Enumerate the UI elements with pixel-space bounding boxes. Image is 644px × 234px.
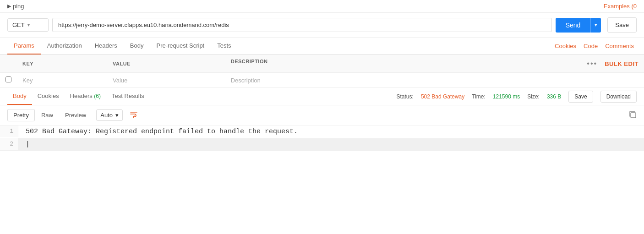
resp-tab-body[interactable]: Body [7, 88, 32, 105]
svg-rect-0 [631, 113, 636, 118]
resp-tab-headers[interactable]: Headers (6) [65, 88, 106, 105]
time-value: 121590 ms [493, 93, 520, 100]
line-row: 1 502 Bad Gateway: Registered endpoint f… [0, 125, 644, 138]
send-dropdown-button[interactable]: ▾ [590, 18, 601, 33]
method-chevron-icon: ▾ [27, 22, 30, 27]
copy-icon[interactable] [628, 110, 637, 120]
row-checkbox-cell [0, 73, 17, 88]
fmt-raw-button[interactable]: Raw [36, 109, 59, 121]
send-button[interactable]: Send [556, 18, 591, 33]
download-button[interactable]: Download [600, 91, 637, 103]
more-options-button[interactable]: ••• [584, 59, 600, 69]
examples-link[interactable]: Examples (0 [604, 3, 637, 10]
send-btn-group: Send ▾ [556, 18, 601, 33]
auto-label: Auto [100, 112, 113, 119]
ping-row: ▶ ping Examples (0 [0, 0, 644, 13]
time-label: Time: [472, 93, 486, 100]
bulk-edit-link[interactable]: Bulk Edit [605, 60, 639, 67]
save-button[interactable]: Save [607, 17, 637, 33]
cookies-link[interactable]: Cookies [552, 38, 579, 54]
resp-tab-cookies[interactable]: Cookies [32, 88, 65, 105]
tab-body[interactable]: Body [124, 38, 150, 54]
params-section: KEY VALUE DESCRIPTION ••• Bulk Edit Key … [0, 55, 644, 88]
table-row: Key Value Description [0, 73, 644, 88]
fmt-preview-button[interactable]: Preview [60, 109, 92, 121]
value-cell[interactable]: Value [107, 73, 225, 88]
size-value: 336 B [547, 93, 561, 100]
line-content: 502 Bad Gateway: Registered endpoint fai… [18, 125, 644, 138]
description-cell[interactable]: Description [225, 73, 644, 88]
size-label: Size: [527, 93, 540, 100]
status-label: Status: [397, 93, 414, 100]
line-number: 1 [0, 125, 18, 137]
col-description: DESCRIPTION ••• Bulk Edit [225, 55, 644, 73]
url-input[interactable] [52, 18, 552, 32]
comments-link[interactable]: Comments [602, 38, 637, 54]
save-response-button[interactable]: Save [568, 91, 593, 103]
line-row: 2 [0, 138, 644, 151]
auto-chevron-icon: ▾ [115, 112, 119, 119]
response-status-area: Status: 502 Bad Gateway Time: 121590 ms … [397, 91, 637, 103]
tab-authorization[interactable]: Authorization [41, 38, 88, 54]
params-table: KEY VALUE DESCRIPTION ••• Bulk Edit Key … [0, 55, 644, 88]
response-body: 1 502 Bad Gateway: Registered endpoint f… [0, 125, 644, 151]
request-tabs: Params Authorization Headers Body Pre-re… [0, 38, 644, 55]
auto-select-dropdown[interactable]: Auto ▾ [96, 109, 123, 121]
line-number: 2 [0, 138, 18, 150]
headers-badge: (6) [94, 93, 101, 99]
col-value: VALUE [107, 55, 225, 73]
row-checkbox[interactable] [5, 76, 11, 82]
status-value: 502 Bad Gateway [421, 93, 464, 100]
wrap-icon[interactable] [129, 109, 138, 121]
tab-tests[interactable]: Tests [211, 38, 237, 54]
col-key: KEY [17, 55, 107, 73]
code-link[interactable]: Code [581, 38, 600, 54]
tab-prerequest[interactable]: Pre-request Script [150, 38, 211, 54]
right-tabs: Cookies Code Comments [552, 38, 637, 54]
key-cell[interactable]: Key [17, 73, 107, 88]
fmt-pretty-button[interactable]: Pretty [7, 109, 35, 121]
resp-tab-test-results[interactable]: Test Results [106, 88, 150, 105]
response-tabs-bar: Body Cookies Headers (6) Test Results St… [0, 88, 644, 105]
ping-label[interactable]: ping [13, 3, 24, 10]
line-content[interactable] [18, 138, 644, 151]
ping-arrow-icon: ▶ [7, 3, 11, 9]
method-label: GET [12, 22, 25, 28]
tab-headers[interactable]: Headers [88, 38, 124, 54]
url-bar: GET ▾ Send ▾ Save [0, 13, 644, 38]
method-dropdown[interactable]: GET ▾ [7, 18, 49, 32]
response-format-bar: Pretty Raw Preview Auto ▾ [0, 105, 644, 125]
tab-params[interactable]: Params [7, 38, 41, 54]
col-checkbox [0, 55, 17, 73]
